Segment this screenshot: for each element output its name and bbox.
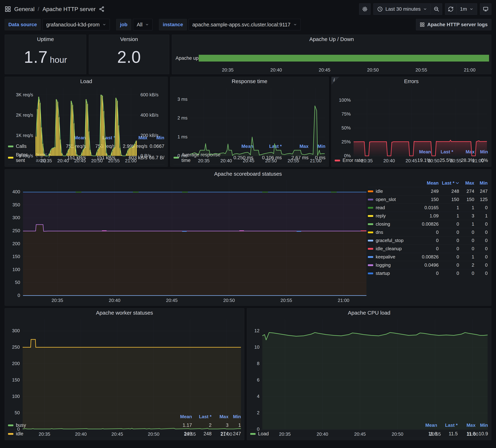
breadcrumb: General / Apache HTTP server bbox=[5, 6, 105, 13]
legend-value: 0 bbox=[439, 229, 459, 235]
version-value: 2.0 bbox=[117, 48, 141, 67]
updown-panel-title[interactable]: Apache Up / Down bbox=[172, 35, 491, 44]
top-navigation-bar: General / Apache HTTP server Last 30 min… bbox=[0, 0, 496, 15]
worker-plot-svg[interactable] bbox=[5, 317, 244, 438]
template-variables-bar: Data source grafanacloud-k3d-prom job Al… bbox=[5, 19, 491, 30]
legend-series-label[interactable]: graceful_stop bbox=[368, 238, 417, 243]
load-panel-title[interactable]: Load bbox=[5, 77, 168, 86]
legend-series-label[interactable]: startup bbox=[368, 271, 417, 276]
response-time-chart[interactable]: 0 ms1 ms2 ms3 ms20:3520:4020:4520:5020:5… bbox=[170, 86, 329, 143]
legend-value: 0 bbox=[474, 229, 488, 235]
legend-series-label[interactable]: idle_cleanup bbox=[368, 246, 417, 252]
response-panel-title[interactable]: Response time bbox=[170, 77, 329, 86]
instance-picker[interactable]: apache.sample-apps.svc.cluster.local:911… bbox=[188, 19, 301, 30]
errors-plot-svg[interactable] bbox=[331, 86, 491, 165]
legend-header-last[interactable]: Last * bbox=[439, 180, 459, 186]
legend-series-label[interactable]: idle bbox=[368, 189, 417, 194]
panel-load: Load 0 req/s1K req/s2K req/s3K req/s0 B/… bbox=[5, 77, 168, 167]
refresh-button[interactable] bbox=[445, 3, 456, 15]
legend-value: 0 bbox=[417, 229, 439, 235]
legend-series-label[interactable]: open_slot bbox=[368, 197, 417, 202]
legend-value: 0 bbox=[459, 271, 474, 276]
instance-value: apache.sample-apps.svc.cluster.local:911… bbox=[192, 22, 291, 28]
cpu-plot-svg[interactable] bbox=[247, 317, 491, 438]
legend-row-open_slot: open_slot150150150125 bbox=[368, 195, 488, 204]
kiosk-mode-button[interactable] bbox=[480, 3, 491, 15]
breadcrumb-dashboard-title[interactable]: Apache HTTP server bbox=[42, 6, 95, 13]
panel-info-corner[interactable] bbox=[331, 77, 340, 85]
series-color-chip bbox=[368, 223, 373, 225]
breadcrumb-folder[interactable]: General bbox=[14, 6, 35, 13]
apache-logs-link-button[interactable]: Apache HTTP server logs bbox=[416, 19, 491, 30]
datasource-picker[interactable]: grafanacloud-k3d-prom bbox=[42, 19, 110, 30]
panel-errors: i Errors 0%25%50%75%100%20:3520:4020:452… bbox=[331, 77, 491, 167]
legend-row-read: read0.0165110 bbox=[368, 204, 488, 212]
legend-header-mean[interactable]: Mean bbox=[417, 180, 439, 186]
sort-chevron-down-icon bbox=[456, 182, 459, 184]
response-time-area bbox=[190, 106, 325, 156]
share-icon[interactable] bbox=[99, 6, 105, 12]
legend-value: 247 bbox=[474, 189, 488, 194]
apps-grid-icon[interactable] bbox=[5, 6, 11, 12]
legend-value: 1 bbox=[474, 213, 488, 219]
worker-statuses-chart[interactable]: 05010015020025030020:3520:4020:4520:5020… bbox=[5, 317, 244, 414]
chevron-down-icon bbox=[423, 7, 427, 11]
legend-value: 0 bbox=[459, 246, 474, 252]
apache-up-state-bar[interactable] bbox=[199, 55, 489, 62]
legend-series-label[interactable]: dns bbox=[368, 229, 417, 235]
legend-value: 1 bbox=[459, 221, 474, 227]
uptime-panel-title[interactable]: Uptime bbox=[5, 35, 86, 44]
legend-header-max[interactable]: Max bbox=[459, 180, 474, 186]
series-color-chip bbox=[368, 272, 373, 274]
dashboard-settings-button[interactable] bbox=[359, 3, 371, 15]
legend-series-label[interactable]: keepalive bbox=[368, 254, 417, 260]
legend-value: 0.00826 bbox=[417, 221, 439, 227]
legend-value: 150 bbox=[417, 197, 439, 202]
series-color-chip bbox=[368, 215, 373, 217]
series-color-chip bbox=[368, 264, 373, 266]
zoom-out-time-button[interactable] bbox=[431, 3, 442, 15]
legend-series-label[interactable]: read bbox=[368, 205, 417, 210]
job-picker[interactable]: All bbox=[133, 19, 153, 30]
dashboard-controls: Last 30 minutes 1 bbox=[359, 3, 491, 15]
legend-value: 1.09 bbox=[417, 213, 439, 219]
cpu-panel-title[interactable]: Apache CPU load bbox=[247, 308, 491, 317]
legend-value: 0 bbox=[474, 238, 488, 243]
legend-header-min[interactable]: Min bbox=[474, 180, 488, 186]
response-time-line bbox=[190, 106, 325, 156]
scoreboard-panel-title[interactable]: Apache scoreboard statuses bbox=[5, 169, 491, 178]
refresh-interval-picker[interactable]: 1m bbox=[456, 3, 477, 15]
legend-value: 0 bbox=[474, 205, 488, 210]
time-range-picker[interactable]: Last 30 minutes bbox=[373, 3, 431, 15]
legend-value: 0 bbox=[439, 246, 459, 252]
load-plot-svg[interactable] bbox=[5, 86, 168, 165]
scoreboard-chart[interactable]: 05010015020025030035040020:3520:4020:452… bbox=[5, 178, 368, 305]
legend-value: 0 bbox=[439, 271, 459, 276]
version-panel-title[interactable]: Version bbox=[89, 35, 169, 44]
legend-header-row: MeanLast *MaxMin bbox=[368, 179, 488, 187]
worker-panel-title[interactable]: Apache worker statuses bbox=[5, 308, 244, 317]
scoreboard-plot-svg[interactable] bbox=[5, 178, 368, 305]
errors-chart[interactable]: 0%25%50%75%100%20:3520:4020:4520:5020:55… bbox=[331, 86, 491, 149]
response-plot-svg[interactable] bbox=[170, 86, 329, 165]
legend-row-startup: startup0000 bbox=[368, 269, 488, 277]
scoreboard-legend: MeanLast *MaxMinidle249248274247open_slo… bbox=[368, 179, 488, 305]
cpu-load-chart[interactable]: 02468101220:3520:4020:4520:5020:5521:00 bbox=[247, 317, 491, 422]
legend-value: 0 bbox=[459, 229, 474, 235]
legend-series-label[interactable]: reply bbox=[368, 213, 417, 219]
dashboard-grid-icon bbox=[420, 22, 425, 27]
clock-icon bbox=[377, 6, 383, 12]
panel-cpu-load: Apache CPU load 02468101220:3520:4020:45… bbox=[247, 308, 491, 440]
legend-series-label[interactable]: logging bbox=[368, 262, 417, 268]
updown-chart[interactable]: Apache up 20:3520:4020:4520:5020:5521:00 bbox=[172, 44, 491, 74]
uptime-unit: hour bbox=[50, 55, 67, 65]
monitor-icon bbox=[483, 6, 489, 12]
job-label: job bbox=[116, 19, 131, 30]
dashboard-panels: Uptime 1.7 hour Version 2.0 Apache Up / bbox=[5, 35, 491, 440]
chevron-down-icon bbox=[103, 23, 106, 26]
updown-plot-svg[interactable] bbox=[172, 44, 491, 74]
legend-series-label[interactable]: closing bbox=[368, 221, 417, 227]
load-chart[interactable]: 0 req/s1K req/s2K req/s3K req/s0 B/s200 … bbox=[5, 86, 168, 135]
errors-panel-title[interactable]: Errors bbox=[331, 77, 491, 86]
instance-variable: instance apache.sample-apps.svc.cluster.… bbox=[159, 19, 300, 30]
